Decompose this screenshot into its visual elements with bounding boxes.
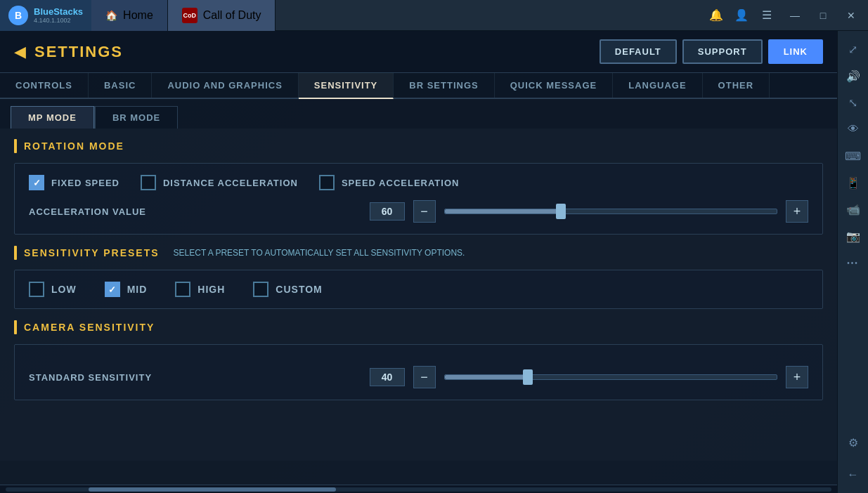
support-button[interactable]: SUPPORT	[682, 39, 763, 64]
speed-acceleration-label: SPEED ACCELERATION	[342, 178, 460, 188]
game-icon: CoD	[182, 8, 197, 23]
section-bar-decoration-2	[14, 246, 17, 260]
distance-acceleration-checkbox[interactable]	[141, 175, 156, 190]
main-area: ◀ SETTINGS DEFAULT SUPPORT LINK CONTROLS…	[0, 31, 837, 493]
standard-sensitivity-slider-track[interactable]	[444, 374, 778, 380]
media-sidebar-button[interactable]: 📹	[841, 197, 866, 222]
acceleration-slider-track[interactable]	[444, 209, 778, 214]
game-tab-label: Call of Duty	[203, 9, 261, 22]
camera-sensitivity-content: STANDARD SENSITIVITY 40 − +	[14, 344, 823, 400]
tab-sensitivity[interactable]: SENSITIVITY	[299, 73, 394, 99]
fullscreen-sidebar-button[interactable]: ⤡	[841, 90, 866, 115]
close-button[interactable]: ✕	[837, 0, 865, 31]
sensitivity-presets-content: LOW ✓ MID HIGH	[14, 270, 823, 309]
home-tab-label: Home	[123, 9, 153, 22]
preset-high-checkbox[interactable]	[175, 282, 190, 297]
sensitivity-presets-section: SENSITIVITY PRESETS SELECT A PRESET TO A…	[14, 246, 823, 309]
titlebar-right: 🔔 👤 ☰ — □ ✕	[705, 0, 868, 31]
menu-button[interactable]: ☰	[756, 4, 778, 27]
account-button[interactable]: 👤	[730, 4, 753, 27]
settings-header: ◀ SETTINGS DEFAULT SUPPORT LINK	[0, 31, 837, 73]
content-area: ROTATION MODE ✓ FIXED SPEED DIST	[0, 129, 837, 461]
settings-title-area: ◀ SETTINGS	[14, 43, 123, 61]
settings-sidebar-button[interactable]: ⚙	[841, 430, 866, 455]
minimize-button[interactable]: —	[781, 0, 809, 31]
preset-mid-checkbox[interactable]: ✓	[105, 282, 120, 297]
acceleration-minus-button[interactable]: −	[413, 200, 436, 223]
more-sidebar-button[interactable]: •••	[841, 250, 866, 275]
rotation-mode-section: ROTATION MODE ✓ FIXED SPEED DIST	[14, 139, 823, 235]
rotation-mode-title: ROTATION MODE	[24, 140, 124, 152]
preset-custom[interactable]: CUSTOM	[253, 282, 322, 297]
mp-mode-tab[interactable]: MP MODE	[11, 106, 94, 129]
eye-sidebar-button[interactable]: 👁	[841, 117, 866, 142]
camera-sensitivity-title: CAMERA SENSITIVITY	[24, 322, 155, 333]
preset-low[interactable]: LOW	[29, 282, 77, 297]
sensitivity-presets-header: SENSITIVITY PRESETS SELECT A PRESET TO A…	[14, 246, 823, 260]
fixed-speed-option[interactable]: ✓ FIXED SPEED	[29, 175, 119, 190]
preset-options-row: LOW ✓ MID HIGH	[29, 282, 808, 297]
standard-sensitivity-plus-button[interactable]: +	[786, 366, 808, 388]
notification-button[interactable]: 🔔	[705, 4, 727, 27]
settings-actions: DEFAULT SUPPORT LINK	[600, 39, 823, 64]
preset-mid-label: MID	[127, 284, 148, 295]
tab-br-settings[interactable]: BR SETTINGS	[394, 73, 494, 98]
tab-language[interactable]: LANGUAGE	[613, 73, 702, 98]
titlebar-left: B BlueStacks 4.140.1.1002 🏠 Home CoD Cal…	[0, 0, 276, 31]
sensitivity-presets-note: SELECT A PRESET TO AUTOMATICALLY SET ALL…	[174, 248, 465, 258]
app-version: 4.140.1.1002	[34, 17, 83, 24]
game-tab[interactable]: CoD Call of Duty	[168, 0, 276, 31]
acceleration-value-label: ACCELERATION VALUE	[29, 206, 361, 217]
preset-low-checkbox[interactable]	[29, 282, 44, 297]
acceleration-slider-fill	[445, 209, 561, 213]
fixed-speed-check-icon: ✓	[33, 178, 41, 188]
home-tab[interactable]: 🏠 Home	[91, 0, 168, 31]
scrollbar-area	[0, 485, 837, 493]
settings-panel: ◀ SETTINGS DEFAULT SUPPORT LINK CONTROLS…	[0, 31, 837, 493]
tab-quick-message[interactable]: QUICK MESSAGE	[495, 73, 614, 98]
acceleration-value-display: 60	[370, 202, 405, 221]
tab-audio-graphics[interactable]: AUDIO AND GRAPHICS	[152, 73, 298, 98]
acceleration-plus-button[interactable]: +	[786, 200, 808, 223]
bluestacks-logo: B BlueStacks 4.140.1.1002	[0, 0, 91, 31]
link-button[interactable]: LINK	[768, 39, 823, 64]
back-sidebar-button[interactable]: ←	[841, 462, 866, 487]
preset-custom-checkbox[interactable]	[253, 282, 268, 297]
preset-mid[interactable]: ✓ MID	[105, 282, 148, 297]
sensitivity-presets-title: SENSITIVITY PRESETS	[24, 247, 160, 258]
expand-sidebar-button[interactable]: ⤢	[841, 37, 866, 62]
standard-sensitivity-slider-fill	[445, 375, 528, 379]
preset-mid-check-icon: ✓	[108, 284, 116, 295]
horizontal-scrollbar[interactable]	[6, 487, 831, 492]
camera-sidebar-button[interactable]: 📷	[841, 223, 866, 249]
maximize-button[interactable]: □	[809, 0, 837, 31]
preset-high[interactable]: HIGH	[175, 282, 225, 297]
fixed-speed-label: FIXED SPEED	[51, 178, 119, 188]
tab-basic[interactable]: BASIC	[89, 73, 152, 98]
phone-sidebar-button[interactable]: 📱	[841, 170, 866, 195]
settings-title: SETTINGS	[34, 43, 123, 61]
tab-controls[interactable]: CONTROLS	[0, 73, 89, 98]
volume-sidebar-button[interactable]: 🔊	[841, 63, 866, 88]
distance-acceleration-option[interactable]: DISTANCE ACCELERATION	[141, 175, 298, 190]
settings-back-button[interactable]: ◀	[14, 43, 26, 61]
bluestacks-icon: B	[8, 6, 28, 25]
fixed-speed-checkbox[interactable]: ✓	[29, 175, 44, 190]
tab-other[interactable]: OTHER	[703, 73, 770, 98]
speed-acceleration-option[interactable]: SPEED ACCELERATION	[319, 175, 460, 190]
rotation-mode-header: ROTATION MODE	[14, 139, 823, 153]
default-button[interactable]: DEFAULT	[600, 39, 677, 64]
standard-sensitivity-label: STANDARD SENSITIVITY	[29, 372, 361, 383]
br-mode-tab[interactable]: BR MODE	[95, 106, 178, 129]
standard-sensitivity-minus-button[interactable]: −	[413, 366, 436, 388]
standard-sensitivity-slider-thumb[interactable]	[523, 369, 533, 385]
speed-acceleration-checkbox[interactable]	[319, 175, 335, 190]
standard-sensitivity-value-display: 40	[370, 368, 405, 386]
mode-tabs: MP MODE BR MODE	[0, 99, 837, 129]
scrollbar-thumb[interactable]	[89, 487, 337, 492]
preset-custom-label: CUSTOM	[276, 284, 322, 295]
keyboard-sidebar-button[interactable]: ⌨	[841, 143, 866, 169]
acceleration-slider-thumb[interactable]	[556, 204, 566, 219]
camera-sensitivity-section: CAMERA SENSITIVITY STANDARD SENSITIVITY …	[14, 320, 823, 400]
window-controls: — □ ✕	[781, 0, 865, 31]
